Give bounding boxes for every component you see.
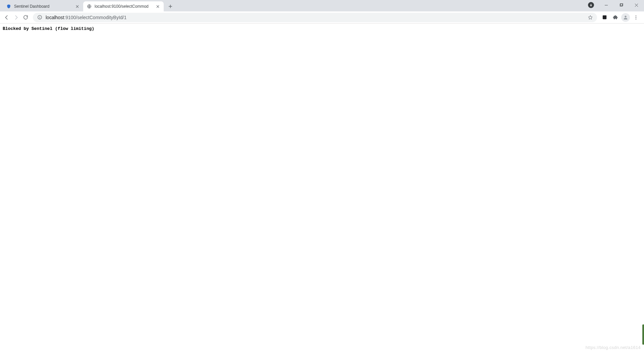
bookmark-star-icon[interactable] <box>588 15 593 20</box>
maximize-button[interactable] <box>614 0 629 10</box>
svg-rect-6 <box>602 15 606 19</box>
url-host: localhost <box>46 15 64 20</box>
page-content: Blocked by Sentinel (flow limiting) <box>0 24 644 34</box>
forward-button[interactable] <box>11 13 21 22</box>
svg-point-10 <box>636 18 636 19</box>
tab-title: localhost:9100/selectCommod <box>95 4 155 9</box>
tab-strip: Sentinel Dashboard localhost:9100/select… <box>0 0 175 11</box>
shield-icon <box>6 4 11 9</box>
close-icon[interactable] <box>74 4 80 9</box>
tab-localhost[interactable]: localhost:9100/selectCommod <box>83 1 164 11</box>
globe-icon <box>87 4 92 9</box>
tab-sentinel-dashboard[interactable]: Sentinel Dashboard <box>3 1 83 11</box>
close-window-button[interactable] <box>629 0 644 10</box>
extensions-puzzle-icon[interactable] <box>610 13 620 22</box>
browser-toolbar: localhost:9100/selectCommodityById/1 <box>0 11 644 24</box>
profile-avatar-icon[interactable] <box>621 13 630 22</box>
svg-point-9 <box>636 17 636 17</box>
minimize-button[interactable] <box>599 0 614 10</box>
url-path: :9100/selectCommodityById/1 <box>64 15 126 20</box>
new-tab-button[interactable] <box>166 2 175 11</box>
svg-point-8 <box>636 15 636 16</box>
window-controls <box>588 0 644 10</box>
address-bar[interactable]: localhost:9100/selectCommodityById/1 <box>33 13 597 22</box>
close-icon[interactable] <box>155 4 160 9</box>
extension-icon[interactable] <box>600 13 609 22</box>
info-icon[interactable] <box>37 15 42 20</box>
back-button[interactable] <box>2 13 11 22</box>
scroll-artifact <box>642 324 644 345</box>
update-available-icon[interactable] <box>588 2 594 8</box>
watermark-text: https://blog.csdn.net/a1614 <box>586 345 641 350</box>
svg-point-7 <box>625 15 626 17</box>
url-text: localhost:9100/selectCommodityById/1 <box>46 15 588 20</box>
toolbar-right <box>600 13 642 22</box>
response-text: Blocked by Sentinel (flow limiting) <box>3 26 641 31</box>
svg-point-5 <box>39 16 40 17</box>
reload-button[interactable] <box>21 13 30 22</box>
browser-titlebar: Sentinel Dashboard localhost:9100/select… <box>0 0 644 11</box>
tab-title: Sentinel Dashboard <box>14 4 74 9</box>
menu-icon[interactable] <box>631 13 641 22</box>
